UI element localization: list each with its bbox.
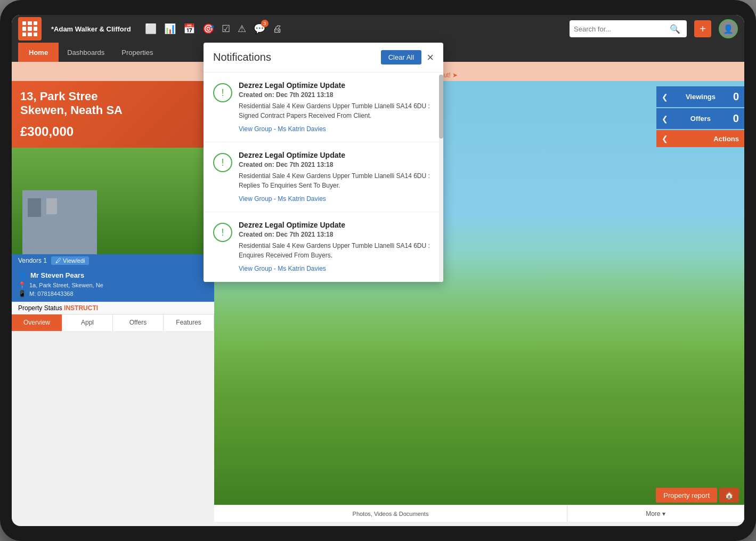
modal-overlay: Notifications Clear All × ! Dezrez Legal… bbox=[12, 15, 744, 526]
notif-desc-3: Residential Sale 4 Kew Gardens Upper Tum… bbox=[239, 241, 434, 260]
notif-date-1: Created on: Dec 7th 2021 13:18 bbox=[239, 91, 434, 99]
notif-desc-2: Residential Sale 4 Kew Gardens Upper Tum… bbox=[239, 171, 434, 190]
notif-heading-1: Dezrez Legal Optimize Update bbox=[239, 81, 434, 90]
notification-body-2: Dezrez Legal Optimize Update Created on:… bbox=[239, 151, 434, 203]
tablet-screen: *Adam Walker & Clifford ⬜ 📊 📅 🎯 ☑ ⚠ 💬 3 … bbox=[12, 15, 744, 526]
notifications-scrollbar[interactable] bbox=[439, 75, 443, 282]
notif-link-3[interactable]: View Group - Ms Katrin Davies bbox=[239, 265, 326, 272]
header-actions: Clear All × bbox=[381, 50, 434, 64]
notification-body-3: Dezrez Legal Optimize Update Created on:… bbox=[239, 221, 434, 273]
notif-heading-2: Dezrez Legal Optimize Update bbox=[239, 151, 434, 159]
notif-date-2: Created on: Dec 7th 2021 13:18 bbox=[239, 161, 434, 168]
notification-item: ! Dezrez Legal Optimize Update Created o… bbox=[204, 72, 443, 142]
notifications-header: Notifications Clear All × bbox=[204, 43, 443, 72]
notif-desc-1: Residential Sale 4 Kew Gardens Upper Tum… bbox=[239, 101, 434, 120]
notification-item: ! Dezrez Legal Optimize Update Created o… bbox=[204, 212, 443, 282]
notification-icon-2: ! bbox=[213, 153, 232, 172]
close-notifications-button[interactable]: × bbox=[427, 52, 434, 63]
notif-date-3: Created on: Dec 7th 2021 13:18 bbox=[239, 231, 434, 238]
notif-heading-3: Dezrez Legal Optimize Update bbox=[239, 221, 434, 229]
notification-icon-3: ! bbox=[213, 223, 232, 242]
tablet-frame: *Adam Walker & Clifford ⬜ 📊 📅 🎯 ☑ ⚠ 💬 3 … bbox=[0, 0, 756, 541]
notification-body-1: Dezrez Legal Optimize Update Created on:… bbox=[239, 81, 434, 133]
notif-link-2[interactable]: View Group - Ms Katrin Davies bbox=[239, 195, 326, 203]
notif-link-1[interactable]: View Group - Ms Katrin Davies bbox=[239, 125, 326, 133]
notifications-title: Notifications bbox=[213, 51, 271, 63]
clear-all-button[interactable]: Clear All bbox=[381, 50, 421, 64]
notifications-panel: Notifications Clear All × ! Dezrez Legal… bbox=[204, 43, 443, 282]
notification-item: ! Dezrez Legal Optimize Update Created o… bbox=[204, 142, 443, 212]
scrollbar-thumb bbox=[439, 75, 443, 139]
notifications-list: ! Dezrez Legal Optimize Update Created o… bbox=[204, 72, 443, 282]
notification-icon-1: ! bbox=[213, 83, 232, 102]
